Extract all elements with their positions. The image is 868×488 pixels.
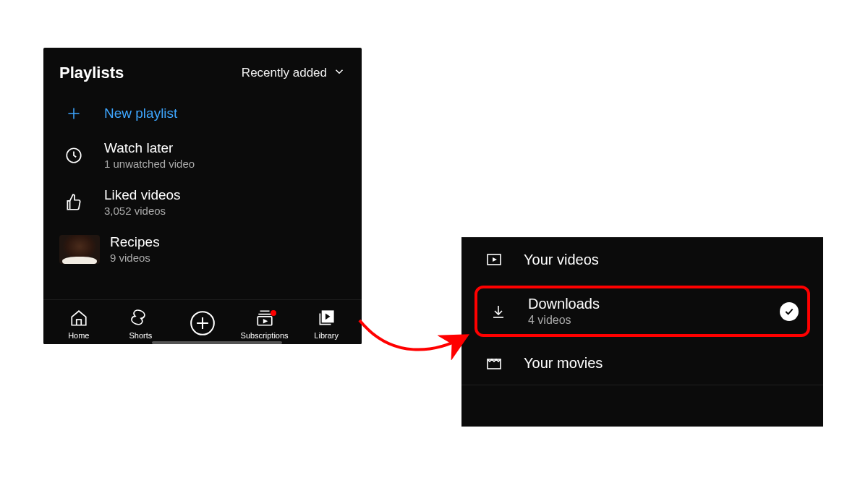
svg-marker-13 — [493, 257, 497, 262]
playlists-panel: Playlists Recently added New playlist Wa… — [43, 48, 362, 344]
nav-library-label: Library — [314, 331, 339, 340]
thumbs-up-icon — [59, 193, 88, 212]
bottom-nav: Home Shorts Subscriptions Library — [43, 299, 362, 344]
nav-shorts-label: Shorts — [129, 331, 152, 340]
your-movies-item[interactable]: Your movies — [461, 341, 823, 385]
playlists-title: Playlists — [59, 64, 124, 82]
notification-dot-icon — [271, 310, 276, 316]
home-icon — [69, 309, 88, 329]
library-panel: Your videos Downloads 4 videos Your movi… — [461, 237, 823, 427]
check-badge-icon — [780, 302, 799, 321]
chevron-down-icon — [333, 65, 346, 82]
recipes-title: Recipes — [110, 234, 160, 250]
liked-sub: 3,052 videos — [104, 205, 181, 217]
sort-dropdown[interactable]: Recently added — [242, 65, 346, 82]
nav-home[interactable]: Home — [48, 309, 110, 340]
scroll-indicator — [152, 341, 282, 344]
playlists-header: Playlists Recently added — [43, 48, 362, 90]
nav-subscriptions-label: Subscriptions — [241, 331, 289, 340]
nav-library[interactable]: Library — [295, 309, 357, 340]
your-videos-item[interactable]: Your videos — [461, 238, 823, 281]
movie-icon — [483, 354, 505, 372]
nav-subscriptions[interactable]: Subscriptions — [234, 309, 296, 340]
watch-later-title: Watch later — [104, 140, 195, 156]
watch-later-sub: 1 unwatched video — [104, 158, 195, 170]
nav-create[interactable] — [171, 309, 234, 338]
svg-marker-9 — [263, 319, 268, 324]
new-playlist-button[interactable]: New playlist — [43, 95, 362, 132]
watch-later-item[interactable]: Watch later 1 unwatched video — [43, 132, 362, 179]
downloads-item[interactable]: Downloads 4 videos — [475, 286, 810, 337]
your-videos-label: Your videos — [524, 252, 801, 268]
your-movies-label: Your movies — [524, 355, 801, 372]
downloads-title: Downloads — [528, 296, 761, 312]
new-playlist-label: New playlist — [104, 106, 177, 121]
shorts-icon — [131, 309, 150, 329]
nav-shorts[interactable]: Shorts — [110, 309, 172, 340]
download-icon — [488, 303, 509, 320]
downloads-sub: 4 videos — [528, 314, 761, 327]
sort-label: Recently added — [242, 66, 327, 80]
playlists-list: New playlist Watch later 1 unwatched vid… — [43, 90, 362, 273]
library-icon — [317, 309, 336, 329]
recipes-item[interactable]: Recipes 9 videos — [43, 226, 362, 273]
plus-circle-icon — [189, 309, 216, 338]
recipes-sub: 9 videos — [110, 252, 160, 264]
playlist-thumbnail — [59, 235, 100, 264]
liked-videos-item[interactable]: Liked videos 3,052 videos — [43, 179, 362, 226]
annotation-arrow-icon — [356, 281, 475, 360]
liked-title: Liked videos — [104, 187, 181, 203]
play-square-icon — [483, 251, 505, 268]
plus-icon — [59, 104, 88, 123]
divider — [461, 385, 823, 385]
clock-icon — [59, 146, 88, 165]
nav-home-label: Home — [68, 331, 89, 340]
